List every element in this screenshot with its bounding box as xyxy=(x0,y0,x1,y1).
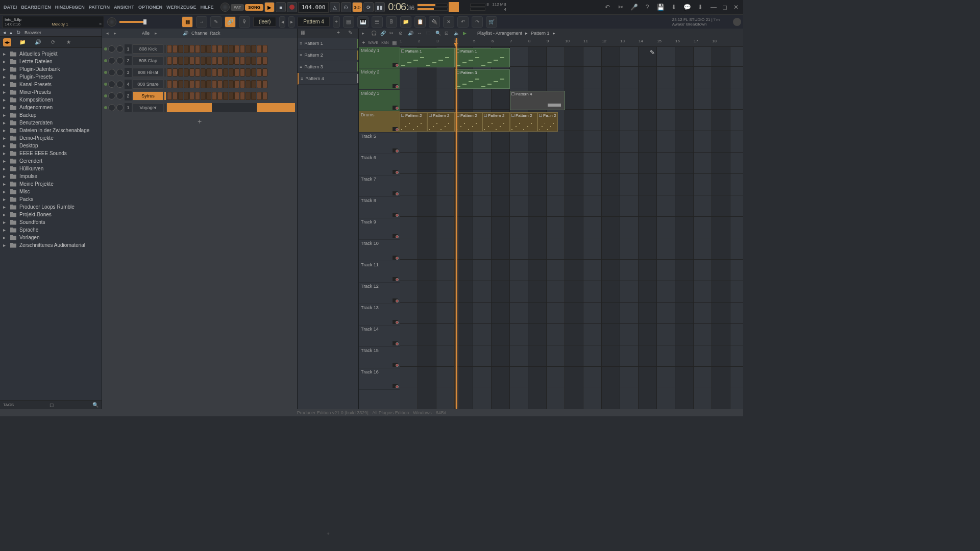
track-mute-button[interactable] xyxy=(396,299,399,303)
channel-led[interactable] xyxy=(104,106,107,109)
step[interactable] xyxy=(184,68,189,77)
pattern-list-item[interactable]: ≡Pattern 1 xyxy=(298,38,358,49)
time-display[interactable]: 0:06:86 xyxy=(386,1,416,13)
channel-select-indicator[interactable] xyxy=(164,80,166,88)
channel-vol-knob[interactable] xyxy=(116,104,124,111)
step[interactable] xyxy=(223,57,228,65)
step[interactable] xyxy=(229,57,234,65)
step[interactable] xyxy=(189,80,194,88)
view-mixer-button[interactable]: 🎚 xyxy=(386,16,397,28)
channel-add-button[interactable]: + xyxy=(102,113,297,130)
track-header[interactable]: Track 12 xyxy=(359,283,400,304)
copy-button[interactable]: 📋 xyxy=(414,16,426,28)
step[interactable] xyxy=(178,80,183,88)
expand-icon[interactable]: ▸ xyxy=(3,151,7,156)
channel-name-button[interactable]: 808 HiHat xyxy=(133,68,163,77)
channel-steps[interactable] xyxy=(167,80,267,88)
step[interactable] xyxy=(195,57,200,65)
track-mute-button[interactable] xyxy=(396,192,399,195)
expand-icon[interactable]: ▸ xyxy=(3,82,7,87)
channel-pan-knob[interactable] xyxy=(108,92,115,99)
tree-item[interactable]: ▸Dateien in der Zwischenablage xyxy=(0,127,102,134)
pattern-list-item[interactable]: ≡Pattern 4 xyxy=(298,73,358,85)
kan-tab[interactable]: KAN xyxy=(381,41,388,44)
tree-item[interactable]: ▸Zerschnittenes Audiomaterial xyxy=(0,241,102,249)
close-button[interactable]: ✕ xyxy=(731,2,741,12)
expand-icon[interactable]: ▸ xyxy=(3,74,7,80)
maximize-button[interactable]: ◻ xyxy=(720,2,730,12)
track-mute-button[interactable] xyxy=(396,64,399,67)
step[interactable] xyxy=(217,68,223,77)
expand-icon[interactable]: ▸ xyxy=(3,97,7,103)
track-mute-button[interactable] xyxy=(396,257,399,260)
channel-name-button[interactable]: Sytrus xyxy=(133,91,163,101)
redo-button[interactable]: ↷ xyxy=(472,16,483,28)
step[interactable] xyxy=(195,68,200,77)
playlist-title[interactable]: Playlist - Arrangement xyxy=(477,31,522,36)
menu-pattern[interactable]: PATTERN xyxy=(87,5,111,10)
expand-icon[interactable]: ▸ xyxy=(3,51,7,57)
tree-item[interactable]: ▸Impulse xyxy=(0,172,102,180)
step[interactable] xyxy=(212,80,217,88)
pl-block-icon[interactable]: ⊘ xyxy=(399,31,405,36)
view-piano-button[interactable]: 🎹 xyxy=(357,16,369,28)
expand-icon[interactable]: ▸ xyxy=(3,158,7,164)
step[interactable] xyxy=(246,57,251,65)
pattern-selector[interactable]: Pattern 4 xyxy=(298,17,330,27)
channel-vol-knob[interactable] xyxy=(116,92,124,99)
step[interactable] xyxy=(262,80,267,88)
minimize-button[interactable]: — xyxy=(708,2,719,12)
tree-item[interactable]: ▸Soundfonts xyxy=(0,218,102,226)
playlist-pattern-crumb[interactable]: Pattern 1 xyxy=(531,31,550,36)
tools-button[interactable]: ✂ xyxy=(616,2,626,12)
step[interactable] xyxy=(251,68,256,77)
track-header[interactable]: Track 15 xyxy=(359,347,400,368)
link-button[interactable]: 🔗 xyxy=(225,16,236,28)
channel-vol-knob[interactable] xyxy=(116,69,124,76)
metronome-button[interactable]: △ xyxy=(330,2,340,12)
mode-pat-button[interactable]: PAT xyxy=(231,4,244,11)
tree-item[interactable]: ▸Backup xyxy=(0,111,102,119)
tag-toggle-icon[interactable]: ◻ xyxy=(50,402,54,408)
track-header[interactable]: Track 9 xyxy=(359,218,400,240)
plugin-button[interactable]: 🔌 xyxy=(429,16,440,28)
channel-vol-knob[interactable] xyxy=(116,57,124,64)
close-windows-button[interactable]: ✕ xyxy=(443,16,454,28)
channel-led[interactable] xyxy=(104,94,107,97)
shop-button[interactable]: 🛒 xyxy=(486,16,497,28)
menu-optionen[interactable]: OPTIONEN xyxy=(137,5,164,10)
tree-item[interactable]: ▸Desktop xyxy=(0,142,102,149)
expand-icon[interactable]: ▸ xyxy=(3,66,7,72)
browser-tree[interactable]: ▸Aktuelles Projekt▸Letzte Dateien▸Plugin… xyxy=(0,48,102,400)
browser-tab-files[interactable]: 📁 xyxy=(18,38,27,46)
channel-name-button[interactable]: 808 Clap xyxy=(133,56,163,65)
step[interactable] xyxy=(195,45,200,53)
track-add-icon[interactable]: + xyxy=(362,40,365,45)
globe-icon[interactable] xyxy=(733,18,741,26)
step[interactable] xyxy=(184,57,189,65)
pl-sync-icon[interactable]: 🎧 xyxy=(371,31,377,36)
tree-item[interactable]: ▸Aktuelles Projekt xyxy=(0,50,102,58)
tree-item[interactable]: ▸Aufgenommen xyxy=(0,104,102,111)
step[interactable] xyxy=(234,57,239,65)
step[interactable] xyxy=(246,45,251,53)
expand-icon[interactable]: ▸ xyxy=(3,173,7,179)
tree-item[interactable]: ▸Packs xyxy=(0,195,102,203)
step[interactable] xyxy=(173,45,178,53)
channel-led[interactable] xyxy=(104,59,107,62)
channel-number[interactable]: 1 xyxy=(125,44,132,54)
step-edit-button[interactable]: ▮▮ xyxy=(375,2,385,12)
tree-item[interactable]: ▸Vorlagen xyxy=(0,234,102,241)
playlist-clip[interactable]: Pattern 2 xyxy=(455,112,482,132)
step[interactable] xyxy=(167,92,172,100)
browser-tab-collapse[interactable]: ◂▸ xyxy=(3,38,11,46)
tree-item[interactable]: ▸Kanal-Presets xyxy=(0,81,102,88)
step[interactable] xyxy=(229,45,234,53)
step[interactable] xyxy=(262,45,267,53)
pattern-grid-icon[interactable]: ▦ xyxy=(301,30,308,37)
channel-select-indicator[interactable] xyxy=(164,45,166,53)
step[interactable] xyxy=(246,92,251,100)
pattern-add-icon[interactable]: + xyxy=(337,30,344,37)
expand-icon[interactable]: ▸ xyxy=(3,105,7,110)
track-mute-button[interactable] xyxy=(396,235,399,238)
